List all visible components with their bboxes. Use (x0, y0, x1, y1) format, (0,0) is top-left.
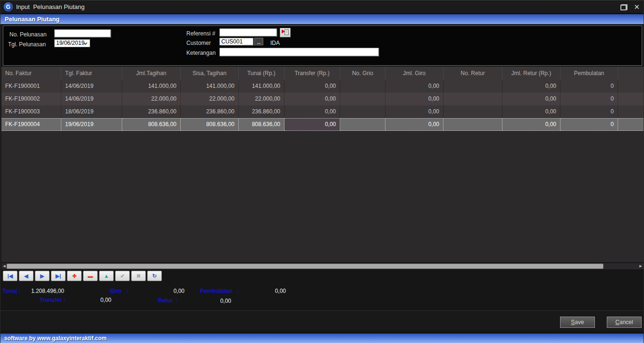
table-cell[interactable] (618, 80, 644, 93)
total-giro-label: Giro : (110, 288, 128, 294)
table-cell[interactable]: 0,00 (385, 118, 443, 131)
nav-next-button[interactable]: ▶ (35, 271, 50, 281)
total-retur-label: Retur : (158, 297, 178, 304)
table-cell[interactable] (443, 118, 502, 131)
restore-window-icon[interactable] (620, 4, 627, 10)
table-cell[interactable] (618, 105, 644, 118)
table-cell[interactable] (443, 80, 502, 93)
table-cell[interactable] (618, 118, 644, 131)
column-header (618, 67, 644, 80)
nav-cancel-button[interactable]: ✖ (131, 271, 146, 281)
totals-section: Tunai : 1.208.496,00 Giro : 0,00 Pembula… (0, 284, 644, 309)
cancel-button[interactable]: Cancel (607, 317, 642, 328)
horizontal-scrollbar[interactable]: ◄ ► (1, 263, 644, 269)
nav-edit-button[interactable]: ▲ (99, 271, 114, 281)
table-cell[interactable] (340, 80, 385, 93)
table-cell[interactable]: 14/06/2019 (61, 93, 122, 105)
next-icon: ▶ (40, 273, 44, 279)
import-document-icon (281, 29, 289, 35)
table-cell[interactable]: 236.860,00 (181, 105, 239, 118)
scroll-left-icon[interactable]: ◄ (2, 263, 7, 269)
table-cell[interactable]: FK-F1900004 (1, 118, 61, 131)
nav-insert-button[interactable]: ✚ (67, 271, 82, 281)
scroll-right-icon[interactable]: ► (638, 263, 643, 269)
column-header: No. Faktur (1, 67, 61, 80)
table-cell[interactable]: 808.636,00 (122, 118, 181, 131)
table-cell[interactable]: 0,00 (385, 93, 443, 105)
table-cell[interactable]: 0,00 (502, 105, 560, 118)
table-row: FK-F190000318/06/2019236.860,00236.860,0… (1, 105, 644, 118)
table-cell[interactable]: 808.636,00 (239, 118, 284, 131)
table-cell[interactable]: 22.000,00 (239, 93, 284, 105)
table-cell[interactable]: 0,00 (284, 93, 340, 105)
referensi-input[interactable] (219, 28, 277, 36)
column-header: No. Grio (340, 67, 385, 80)
close-window-icon[interactable]: ✕ (634, 0, 640, 14)
table-cell[interactable]: 0,00 (284, 105, 340, 118)
total-retur-value: 0,00 (191, 298, 231, 304)
table-cell[interactable]: FK-F1900002 (1, 93, 61, 105)
table-cell[interactable]: 0,00 (502, 80, 560, 93)
column-header: Jml. Retur (Rp.) (502, 67, 560, 80)
table-cell[interactable]: FK-F1900001 (1, 80, 61, 93)
nav-first-button[interactable]: |◀ (3, 271, 17, 281)
table-cell[interactable]: 22.000,00 (181, 93, 239, 105)
save-button[interactable]: Save (560, 317, 595, 328)
keterangan-input[interactable] (219, 48, 379, 56)
table-cell[interactable]: 0,00 (502, 93, 560, 105)
keterangan-label: Keterangan (186, 50, 216, 56)
table-cell[interactable]: 14/06/2019 (61, 80, 122, 93)
nav-refresh-button[interactable]: ↻ (147, 271, 162, 281)
table-cell[interactable]: 0 (560, 80, 618, 93)
table-cell[interactable] (340, 105, 385, 118)
hscrollbar-thumb[interactable] (7, 264, 603, 269)
table-cell[interactable]: 0 (560, 93, 618, 105)
page-title: Pelunasan Piutang (0, 13, 644, 24)
nav-post-button[interactable]: ✔ (115, 271, 130, 281)
form-panel: No. Pelunasan Tgl. Pelunasan 19/06/2019 … (3, 26, 642, 66)
nav-prior-button[interactable]: ◀ (19, 271, 33, 281)
nav-delete-button[interactable]: ▬ (83, 271, 98, 281)
customer-name: IDA (270, 40, 280, 46)
column-header: Transfer (Rp.) (284, 67, 340, 80)
column-header: Tgl. Faktur (61, 67, 122, 80)
referensi-label: Referensi # (186, 30, 215, 37)
prior-icon: ◀ (24, 273, 28, 279)
customer-lookup-button[interactable]: .. (254, 38, 263, 45)
no-pelunasan-input[interactable] (54, 29, 111, 37)
table-cell[interactable]: 0 (560, 118, 618, 131)
table-cell[interactable]: 141.000,00 (239, 80, 284, 93)
nav-last-button[interactable]: ▶| (51, 271, 66, 281)
table-cell[interactable]: 19/06/2019 (61, 118, 122, 131)
table-cell[interactable]: 0 (560, 105, 618, 118)
table-cell[interactable]: 0,00 (284, 118, 340, 131)
table-cell[interactable] (618, 93, 644, 105)
total-transfer-value: 0,00 (71, 297, 111, 303)
table-cell[interactable] (340, 118, 385, 131)
table-cell[interactable]: 0,00 (284, 80, 340, 93)
table-cell[interactable]: 0,00 (502, 118, 560, 131)
total-tunai-label: Tunai : (2, 288, 20, 294)
grid-header-row: No. FakturTgl. FakturJml.TagihanSisa, Ta… (1, 67, 644, 80)
table-cell[interactable]: 18/06/2019 (61, 105, 122, 118)
last-icon: ▶| (56, 273, 61, 279)
table-cell[interactable]: 22.000,00 (122, 93, 181, 105)
referensi-lookup-button[interactable] (280, 28, 291, 37)
customer-label: Customer (186, 40, 211, 46)
table-cell[interactable]: 236.860,00 (239, 105, 284, 118)
table-cell[interactable]: FK-F1900003 (1, 105, 61, 118)
table-cell[interactable]: 0,00 (385, 105, 443, 118)
customer-input[interactable] (219, 38, 253, 45)
table-cell[interactable] (443, 105, 502, 118)
table-cell[interactable]: 141.000,00 (122, 80, 181, 93)
table-cell[interactable] (340, 93, 385, 105)
table-cell[interactable]: 0,00 (385, 80, 443, 93)
total-giro-value: 0,00 (144, 288, 184, 294)
table-cell[interactable]: 141.000,00 (181, 80, 239, 93)
table-cell[interactable]: 236.860,00 (122, 105, 181, 118)
titlebar: G Input Pelunasan Piutang ✕ (0, 0, 644, 13)
tgl-pelunasan-dropdown[interactable]: 19/06/2019 (54, 39, 90, 47)
table-cell[interactable]: 808.636,00 (181, 118, 239, 131)
table-cell[interactable] (443, 93, 502, 105)
table-row: FK-F190000419/06/2019808.636,00808.636,0… (1, 118, 644, 131)
